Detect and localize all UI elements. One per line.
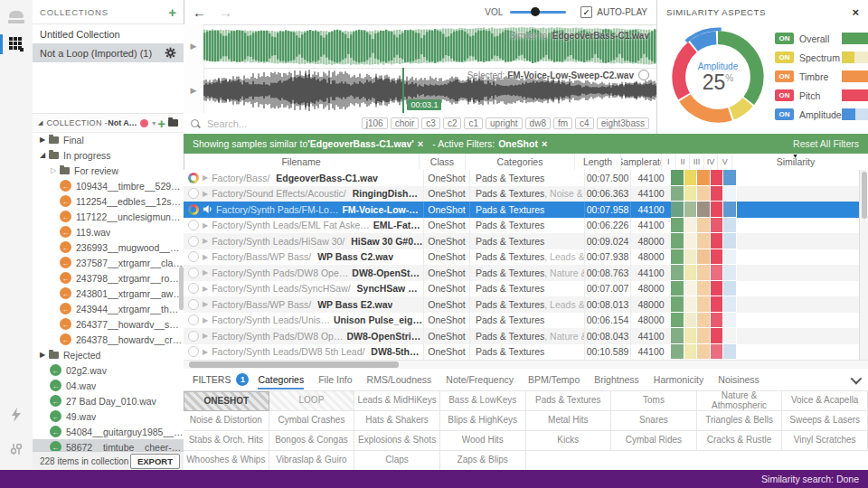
quick-actions-button[interactable] — [0, 403, 33, 427]
tree-item[interactable]: 243944__xtrgamr__thank-y… — [33, 301, 184, 316]
category-button[interactable]: Cymbal Crashes — [269, 411, 355, 431]
column-aspect-5[interactable]: V — [717, 154, 731, 170]
tree-item[interactable]: 264377__howardv__small-… — [33, 316, 184, 332]
collapse-panel-icon[interactable] — [851, 372, 863, 384]
aspect-on-toggle[interactable]: ON — [775, 33, 794, 44]
tree-item[interactable]: 243798__xtrgamr__rowdy-… — [33, 270, 184, 286]
row-play-icon[interactable]: ▶ — [203, 285, 208, 293]
row-play-icon[interactable]: ▶ — [203, 190, 208, 198]
tree-item[interactable]: Final — [33, 132, 184, 147]
tree-item[interactable]: 237587__xtrgamr__clappin… — [33, 255, 184, 270]
aspect-on-toggle[interactable]: ON — [775, 108, 794, 120]
category-button[interactable]: Vinyl Scratches — [782, 431, 868, 451]
filter-tab[interactable]: Noisiness — [718, 371, 760, 389]
search-tag[interactable]: fm — [553, 117, 572, 129]
tree-item[interactable]: 109434__timbre__52906-vl… — [33, 178, 184, 193]
tree-item[interactable]: 27 Bad Day_010.wav — [33, 393, 184, 408]
category-button[interactable]: Snares — [611, 411, 697, 431]
preferences-button[interactable] — [0, 437, 33, 461]
filter-tab[interactable]: Categories — [258, 371, 304, 389]
column-samplerate[interactable]: Samplerate — [620, 154, 661, 170]
column-similarity[interactable]: ▼ Similarity — [731, 154, 859, 170]
clear-similarity-icon[interactable]: × — [418, 138, 423, 149]
back-button[interactable]: ← — [193, 5, 206, 20]
category-button[interactable]: Metal Hits — [526, 411, 612, 431]
scrollbar-thumb[interactable] — [862, 172, 867, 219]
category-button[interactable]: Nature & Athmospheric — [697, 391, 783, 411]
table-row[interactable]: ▶ Factory/Bass/WP Bass/ WP Bass E2.wav O… — [184, 296, 859, 313]
tree-item[interactable]: Rejected — [33, 347, 184, 362]
row-play-icon[interactable]: ▶ — [203, 332, 208, 340]
chevron-down-icon[interactable]: ▾ — [152, 119, 156, 127]
table-row[interactable]: ▶ Factory/Bass/ EdgeoverBass-C1.wav OneS… — [184, 170, 859, 186]
category-button[interactable]: Zaps & Blips — [440, 451, 526, 471]
table-row[interactable]: ▶ Factory/Synth Leads/DW8 5th Lead/ DW8-… — [184, 344, 859, 361]
column-length[interactable]: Length — [574, 154, 620, 170]
search-tag[interactable]: c1 — [464, 117, 483, 129]
table-vertical-scrollbar[interactable] — [859, 170, 868, 360]
record-dot-icon[interactable] — [140, 119, 148, 127]
filter-tab[interactable]: Brightness — [594, 371, 639, 389]
aspect-weight-donut[interactable]: Amplitude 25% — [665, 23, 771, 130]
library-button[interactable] — [0, 5, 33, 29]
tree-item[interactable]: 54084__guitarguy1985__civild… — [33, 424, 184, 439]
search-tag[interactable]: upright — [486, 117, 523, 129]
column-aspect-3[interactable]: III — [689, 154, 703, 170]
search-tag[interactable]: eight3bass — [597, 117, 649, 129]
filter-tab[interactable]: Harmonicity — [654, 371, 703, 389]
aspect-weight-slider[interactable] — [842, 108, 868, 120]
filter-tab[interactable]: Note/Frequency — [446, 371, 514, 389]
table-row[interactable]: ▶ Factory/Synth Pads/FM-Lo…FM-Voice-Low-… — [184, 202, 859, 218]
export-button[interactable]: EXPORT — [130, 454, 180, 469]
category-button[interactable]: Pads & Textures — [526, 391, 612, 411]
selected-waveform[interactable]: 00:03.1 Selected: FM-Voice-Low-Sweep-C2.… — [203, 68, 656, 113]
tree-item[interactable]: 243801__xtrgamr__awww-t… — [33, 286, 184, 301]
playhead-cursor[interactable] — [402, 68, 404, 113]
aspect-weight-slider[interactable] — [842, 70, 868, 82]
tree-item[interactable]: 236993__mugwood__air-ra… — [33, 239, 184, 255]
category-button[interactable]: Toms — [611, 391, 697, 411]
search-input[interactable] — [205, 117, 362, 130]
tree-item[interactable]: 119.wav — [33, 224, 184, 239]
table-row[interactable]: ▶ Factory/Synth Leads/Unis…Unison Pulse_… — [184, 313, 859, 329]
category-button[interactable]: Cymbal Rides — [611, 431, 697, 451]
tree-item[interactable]: 58672__timtube__cheer-2.wav — [33, 439, 184, 452]
category-button[interactable]: Whooshes & Whips — [184, 451, 269, 471]
category-button[interactable]: Explosions & Shots — [354, 431, 440, 451]
tree-item[interactable]: 49.wav — [33, 408, 184, 424]
category-button[interactable]: LOOP — [269, 391, 355, 411]
category-button[interactable]: Hats & Shakers — [354, 411, 440, 431]
play-selected-button[interactable]: ▶ — [184, 68, 204, 113]
row-play-icon[interactable]: ▶ — [203, 300, 208, 308]
row-play-icon[interactable]: ▶ — [203, 174, 208, 182]
new-folder-button[interactable] — [168, 119, 178, 127]
table-row[interactable]: ▶ Factory/Synth Leads/EML Fat Aske…EML-F… — [184, 218, 859, 234]
column-class[interactable]: Class — [419, 154, 465, 170]
category-button[interactable]: Noise & Distortion — [184, 411, 269, 431]
row-play-icon[interactable]: ▶ — [203, 268, 208, 277]
tree-item[interactable]: 117122__unclesigmund__s… — [33, 209, 184, 224]
tree-item[interactable]: For review — [33, 163, 184, 178]
scrollbar-thumb[interactable] — [189, 361, 399, 368]
forward-button[interactable]: → — [219, 5, 232, 20]
search-tag[interactable]: c4 — [575, 117, 594, 129]
table-row[interactable]: ▶ Factory/Synth Leads/SyncHSaw/ SyncHSaw… — [184, 281, 859, 297]
search-tag[interactable]: j106 — [362, 117, 388, 129]
loop-toggle-icon[interactable] — [638, 70, 649, 80]
search-tag[interactable]: c2 — [443, 117, 462, 129]
search-tag[interactable]: c3 — [421, 117, 440, 129]
volume-slider[interactable] — [510, 11, 566, 14]
tree-item[interactable]: 112254__edbles__12secon… — [33, 193, 184, 209]
aspect-on-toggle[interactable]: ON — [775, 70, 794, 82]
filter-tab[interactable]: BPM/Tempo — [528, 371, 580, 389]
collection-tree-header[interactable]: ◢ COLLECTION - Not A Loo… ▾ + — [33, 113, 184, 133]
category-button[interactable]: Triangles & Bells — [697, 411, 783, 431]
aspect-weight-slider[interactable] — [842, 89, 868, 101]
category-button[interactable]: Bass & LowKeys — [440, 391, 526, 411]
close-icon[interactable]: × — [852, 5, 859, 19]
tree-item[interactable]: In progress — [33, 147, 184, 163]
autoplay-checkbox[interactable] — [580, 6, 592, 18]
category-button[interactable]: Claps — [354, 451, 440, 471]
table-row[interactable]: ▶ Factory/Synth Leads/HiSaw 30/ HiSaw 30… — [184, 233, 859, 249]
column-categories[interactable]: Categories — [465, 154, 574, 170]
